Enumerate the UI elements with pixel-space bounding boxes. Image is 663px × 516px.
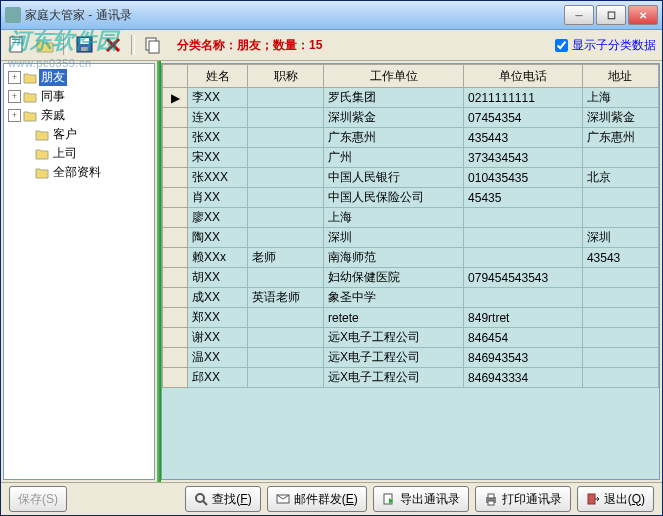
cell-addr[interactable]: 深圳紫金 [582,108,658,128]
cell-org[interactable]: 罗氏集团 [324,88,464,108]
cell-title[interactable] [248,348,324,368]
cell-tel[interactable]: 846943334 [464,368,583,388]
cell-name[interactable]: 成XX [188,288,248,308]
copy-icon[interactable] [143,35,163,55]
cell-tel[interactable]: 846943543 [464,348,583,368]
cell-tel[interactable]: 849rtret [464,308,583,328]
cell-name[interactable]: 张XXX [188,168,248,188]
table-row[interactable]: ▶李XX罗氏集团0211111111上海 [163,88,659,108]
cell-tel[interactable]: 079454543543 [464,268,583,288]
cell-org[interactable]: 远X电子工程公司 [324,348,464,368]
cell-addr[interactable]: 深圳 [582,228,658,248]
cell-addr[interactable]: 广东惠州 [582,128,658,148]
cell-tel[interactable]: 45435 [464,188,583,208]
cell-addr[interactable] [582,288,658,308]
expand-icon[interactable]: + [8,71,21,84]
column-header[interactable]: 职称 [248,65,324,88]
category-tree[interactable]: +朋友+同事+亲戚客户上司全部资料 [3,63,155,480]
table-row[interactable]: 邱XX远X电子工程公司846943334 [163,368,659,388]
cell-title[interactable] [248,208,324,228]
cell-title[interactable] [248,88,324,108]
tree-item-全部资料[interactable]: 全部资料 [4,163,154,182]
table-row[interactable]: 胡XX妇幼保健医院079454543543 [163,268,659,288]
cell-addr[interactable] [582,208,658,228]
cell-addr[interactable] [582,348,658,368]
cell-title[interactable] [248,108,324,128]
cell-name[interactable]: 谢XX [188,328,248,348]
table-row[interactable]: 张XXX中国人民银行010435435北京 [163,168,659,188]
cell-org[interactable]: 中国人民保险公司 [324,188,464,208]
cell-tel[interactable] [464,228,583,248]
cell-title[interactable] [248,308,324,328]
table-row[interactable]: 陶XX深圳深圳 [163,228,659,248]
cell-addr[interactable] [582,268,658,288]
tree-item-上司[interactable]: 上司 [4,144,154,163]
cell-name[interactable]: 肖XX [188,188,248,208]
cell-tel[interactable]: 07454354 [464,108,583,128]
cell-tel[interactable]: 846454 [464,328,583,348]
cell-org[interactable]: 南海师范 [324,248,464,268]
cell-tel[interactable]: 373434543 [464,148,583,168]
exit-button[interactable]: 退出(Q) [577,486,654,512]
column-header[interactable]: 工作单位 [324,65,464,88]
open-icon[interactable] [35,35,55,55]
cell-tel[interactable]: 435443 [464,128,583,148]
cell-org[interactable]: 上海 [324,208,464,228]
cell-title[interactable]: 英语老师 [248,288,324,308]
cell-org[interactable]: 深圳 [324,228,464,248]
cell-name[interactable]: 邱XX [188,368,248,388]
cell-org[interactable]: 广州 [324,148,464,168]
cell-name[interactable]: 温XX [188,348,248,368]
cell-addr[interactable] [582,188,658,208]
cell-org[interactable]: 远X电子工程公司 [324,328,464,348]
cell-org[interactable]: 广东惠州 [324,128,464,148]
table-row[interactable]: 成XX英语老师象圣中学 [163,288,659,308]
table-row[interactable]: 肖XX中国人民保险公司45435 [163,188,659,208]
table-row[interactable]: 张XX广东惠州435443广东惠州 [163,128,659,148]
cell-name[interactable]: 陶XX [188,228,248,248]
cell-title[interactable]: 老师 [248,248,324,268]
cell-name[interactable]: 宋XX [188,148,248,168]
cell-addr[interactable]: 上海 [582,88,658,108]
table-row[interactable]: 谢XX远X电子工程公司846454 [163,328,659,348]
contacts-grid[interactable]: 姓名职称工作单位单位电话地址 ▶李XX罗氏集团0211111111上海连XX深圳… [161,63,660,480]
table-row[interactable]: 郑XXretete849rtret [163,308,659,328]
expand-icon[interactable]: + [8,90,21,103]
show-subcategory-checkbox[interactable]: 显示子分类数据 [555,37,656,54]
cell-addr[interactable] [582,308,658,328]
cell-title[interactable] [248,228,324,248]
minimize-button[interactable]: ─ [564,5,594,25]
print-button[interactable]: 打印通讯录 [475,486,571,512]
cell-tel[interactable]: 010435435 [464,168,583,188]
tree-item-客户[interactable]: 客户 [4,125,154,144]
cell-addr[interactable]: 北京 [582,168,658,188]
tree-item-同事[interactable]: +同事 [4,87,154,106]
cell-name[interactable]: 廖XX [188,208,248,228]
cell-title[interactable] [248,368,324,388]
column-header[interactable]: 姓名 [188,65,248,88]
cell-tel[interactable]: 0211111111 [464,88,583,108]
column-header[interactable]: 单位电话 [464,65,583,88]
cell-addr[interactable] [582,328,658,348]
cell-title[interactable] [248,328,324,348]
cell-title[interactable] [248,148,324,168]
cell-name[interactable]: 李XX [188,88,248,108]
cell-org[interactable]: retete [324,308,464,328]
cell-org[interactable]: 象圣中学 [324,288,464,308]
tree-item-朋友[interactable]: +朋友 [4,68,154,87]
find-button[interactable]: 查找(F) [185,486,260,512]
maximize-button[interactable]: ☐ [596,5,626,25]
table-row[interactable]: 赖XXx老师南海师范43543 [163,248,659,268]
tree-item-亲戚[interactable]: +亲戚 [4,106,154,125]
cell-org[interactable]: 远X电子工程公司 [324,368,464,388]
export-button[interactable]: 导出通讯录 [373,486,469,512]
cell-tel[interactable] [464,248,583,268]
save-icon[interactable] [75,35,95,55]
column-header[interactable]: 地址 [582,65,658,88]
show-subcategory-input[interactable] [555,39,568,52]
cell-name[interactable]: 赖XXx [188,248,248,268]
cell-name[interactable]: 胡XX [188,268,248,288]
cell-name[interactable]: 张XX [188,128,248,148]
cell-tel[interactable] [464,288,583,308]
cell-name[interactable]: 郑XX [188,308,248,328]
